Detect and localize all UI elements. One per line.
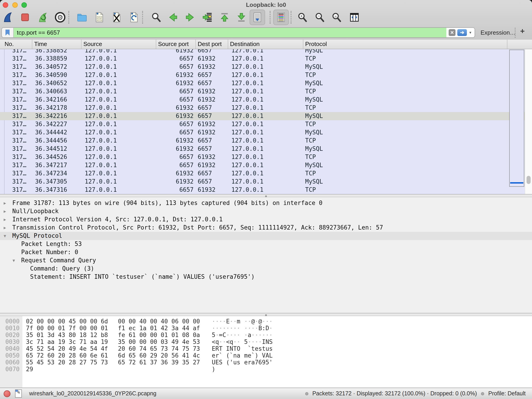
cell-dport: 61932 bbox=[196, 96, 228, 104]
find-packet-button[interactable] bbox=[148, 11, 164, 24]
zoom-in-icon: + bbox=[297, 11, 308, 23]
detail-tree-row[interactable]: Packet Length: 53 bbox=[0, 240, 532, 248]
go-to-top-button[interactable] bbox=[217, 11, 232, 24]
save-file-button[interactable]: 010100110101110 bbox=[92, 11, 107, 24]
packet-row[interactable]: 317…36.344442127.0.0.1665761932127.0.0.1… bbox=[0, 128, 525, 137]
capture-comment-icon[interactable] bbox=[15, 389, 22, 398]
tree-collapsed-icon[interactable]: ▶ bbox=[4, 207, 6, 215]
auto-scroll-button[interactable] bbox=[250, 10, 265, 25]
expert-info-icon[interactable] bbox=[4, 390, 11, 397]
filter-apply-button[interactable]: ➔ bbox=[457, 29, 467, 36]
hex-row[interactable]: 007029) bbox=[0, 366, 532, 373]
cell-dst: 127.0.0.1 bbox=[228, 71, 303, 79]
colorize-button[interactable] bbox=[273, 10, 289, 25]
cell-proto: MySQL bbox=[303, 96, 525, 104]
detail-tree-row[interactable]: ▶Null/Loopback bbox=[0, 207, 532, 215]
filter-bookmark-button[interactable] bbox=[2, 28, 14, 37]
detail-tree-row[interactable]: ▶Frame 31787: 113 bytes on wire (904 bit… bbox=[0, 199, 532, 207]
packet-row[interactable]: 317…36.342166127.0.0.1665761932127.0.0.1… bbox=[0, 96, 525, 104]
filter-add-button[interactable]: + bbox=[520, 27, 525, 36]
tree-expanded-icon[interactable]: ▼ bbox=[13, 256, 15, 265]
expression-button[interactable]: Expression… bbox=[481, 29, 516, 36]
restart-capture-button[interactable] bbox=[35, 11, 50, 24]
zoom-out-button[interactable]: − bbox=[312, 11, 328, 24]
cell-no: 317… bbox=[0, 170, 32, 178]
packet-row[interactable]: 317…36.344526127.0.0.1665761932127.0.0.1… bbox=[0, 153, 525, 161]
cell-proto: TCP bbox=[303, 88, 525, 96]
detail-tree-row[interactable]: ▼MySQL Protocol bbox=[0, 232, 532, 240]
pane-splitter[interactable] bbox=[0, 194, 532, 197]
cell-dport: 6657 bbox=[196, 49, 228, 55]
column-header-source[interactable]: Source bbox=[82, 40, 156, 49]
column-header-source-port[interactable]: Source port bbox=[156, 40, 196, 49]
cell-sport: 61932 bbox=[156, 137, 196, 145]
packet-row[interactable]: 317…36.340590127.0.0.1619326657127.0.0.1… bbox=[0, 71, 525, 79]
packet-row[interactable]: 317…36.347305127.0.0.1619326657127.0.0.1… bbox=[0, 178, 525, 186]
tree-collapsed-icon[interactable]: ▶ bbox=[4, 199, 6, 207]
intelligent-scrollbar-minimap[interactable] bbox=[509, 50, 524, 187]
detail-tree-row[interactable]: ▶Internet Protocol Version 4, Src: 127.0… bbox=[0, 215, 532, 224]
zoom-reset-button[interactable]: = bbox=[329, 11, 344, 24]
packet-row[interactable]: 317…36.342216127.0.0.1619326657127.0.0.1… bbox=[0, 112, 525, 120]
open-file-button[interactable] bbox=[74, 11, 90, 24]
capture-options-button[interactable]: ⚙ bbox=[52, 11, 68, 24]
hex-row[interactable]: 002035 01 3d 43 80 18 12 b8fe 61 00 00 0… bbox=[0, 332, 532, 338]
start-capture-button[interactable] bbox=[0, 11, 15, 24]
go-back-button[interactable] bbox=[165, 11, 181, 24]
hex-row[interactable]: 004045 52 54 20 49 4e 54 4f20 60 74 65 7… bbox=[0, 345, 532, 352]
packet-row[interactable]: 317…36.347316127.0.0.1665761932127.0.0.1… bbox=[0, 186, 525, 194]
profile-label[interactable]: Profile: Default bbox=[488, 390, 526, 397]
packet-row[interactable]: 317…36.344456127.0.0.1619326657127.0.0.1… bbox=[0, 137, 525, 145]
detail-tree-row[interactable]: Command: Query (3) bbox=[0, 265, 532, 273]
column-header-destination[interactable]: Destination bbox=[228, 40, 303, 49]
packet-row[interactable]: 317…36.347234127.0.0.1619326657127.0.0.1… bbox=[0, 170, 525, 178]
detail-tree-row[interactable]: ▶Transmission Control Protocol, Src Port… bbox=[0, 224, 532, 232]
go-to-bottom-button[interactable] bbox=[234, 11, 249, 24]
packet-row[interactable]: 317…36.340663127.0.0.1665761932127.0.0.1… bbox=[0, 88, 525, 96]
packet-row[interactable]: 317…36.338852127.0.0.1619326657127.0.0.1… bbox=[0, 49, 525, 55]
ascii-bytes: era7695' bbox=[244, 359, 272, 366]
column-header-time[interactable]: Time bbox=[32, 40, 82, 49]
stop-capture-button[interactable] bbox=[17, 11, 33, 24]
cell-time: 36.347217 bbox=[32, 161, 82, 170]
tree-expanded-icon[interactable]: ▼ bbox=[4, 232, 6, 240]
hex-row[interactable]: 00303c 71 aa 19 3c 71 aa 1935 00 00 00 0… bbox=[0, 338, 532, 345]
close-file-button[interactable] bbox=[109, 11, 124, 24]
hex-row[interactable]: 005065 72 60 20 28 60 6e 616d 65 60 29 2… bbox=[0, 352, 532, 359]
column-header-no[interactable]: No. bbox=[0, 40, 32, 49]
packet-list-scrollbar[interactable] bbox=[525, 49, 532, 194]
packet-row[interactable]: 317…36.344512127.0.0.1619326657127.0.0.1… bbox=[0, 145, 525, 153]
packet-row[interactable]: 317…36.342227127.0.0.1665761932127.0.0.1… bbox=[0, 120, 525, 128]
resize-columns-button[interactable] bbox=[347, 11, 362, 24]
packet-row[interactable]: 317…36.340572127.0.0.1665761932127.0.0.1… bbox=[0, 63, 525, 71]
filter-input[interactable]: tcp.port == 6657 bbox=[14, 29, 446, 36]
bookmark-icon bbox=[6, 30, 10, 36]
pane-splitter[interactable] bbox=[0, 313, 532, 316]
packet-row[interactable]: 317…36.340652127.0.0.1619326657127.0.0.1… bbox=[0, 79, 525, 88]
detail-tree-row[interactable]: Packet Number: 0 bbox=[0, 248, 532, 256]
tree-collapsed-icon[interactable]: ▶ bbox=[4, 215, 6, 224]
detail-tree-row[interactable]: ▼Request Command Query bbox=[0, 256, 532, 265]
packet-row[interactable]: 317…36.338859127.0.0.1665761932127.0.0.1… bbox=[0, 55, 525, 63]
go-to-packet-button[interactable] bbox=[200, 11, 215, 24]
detail-tree-row[interactable]: Statement: INSERT INTO `testuser` (`name… bbox=[0, 273, 532, 281]
hex-row[interactable]: 00107f 00 00 01 7f 00 00 01f1 ec 1a 01 4… bbox=[0, 325, 532, 332]
hex-row[interactable]: 000002 00 00 00 45 00 00 6d00 00 40 00 4… bbox=[0, 318, 532, 325]
packet-row[interactable]: 317…36.347217127.0.0.1665761932127.0.0.1… bbox=[0, 161, 525, 170]
filter-dropdown-caret[interactable]: ▼ bbox=[469, 31, 472, 34]
column-header-protocol[interactable]: Protocol bbox=[303, 40, 507, 49]
go-forward-button[interactable] bbox=[182, 11, 198, 24]
reload-file-button[interactable] bbox=[126, 11, 142, 24]
display-filter-field[interactable]: tcp.port == 6657 ✕ ➔ ▼ bbox=[1, 27, 475, 38]
cell-no: 317… bbox=[0, 88, 32, 96]
tree-collapsed-icon[interactable]: ▶ bbox=[4, 224, 6, 232]
hex-row[interactable]: 006055 45 53 20 28 27 75 7365 72 61 37 3… bbox=[0, 359, 532, 366]
cell-proto: TCP bbox=[303, 137, 525, 145]
scrollbar-thumb[interactable] bbox=[526, 176, 531, 184]
cell-src: 127.0.0.1 bbox=[82, 161, 156, 170]
column-header-dest-port[interactable]: Dest port bbox=[196, 40, 228, 49]
zoom-reset-icon: = bbox=[331, 11, 342, 23]
filter-clear-button[interactable]: ✕ bbox=[449, 29, 456, 36]
zoom-in-button[interactable]: + bbox=[295, 11, 310, 24]
packet-row[interactable]: 317…36.342178127.0.0.1619326657127.0.0.1… bbox=[0, 104, 525, 112]
